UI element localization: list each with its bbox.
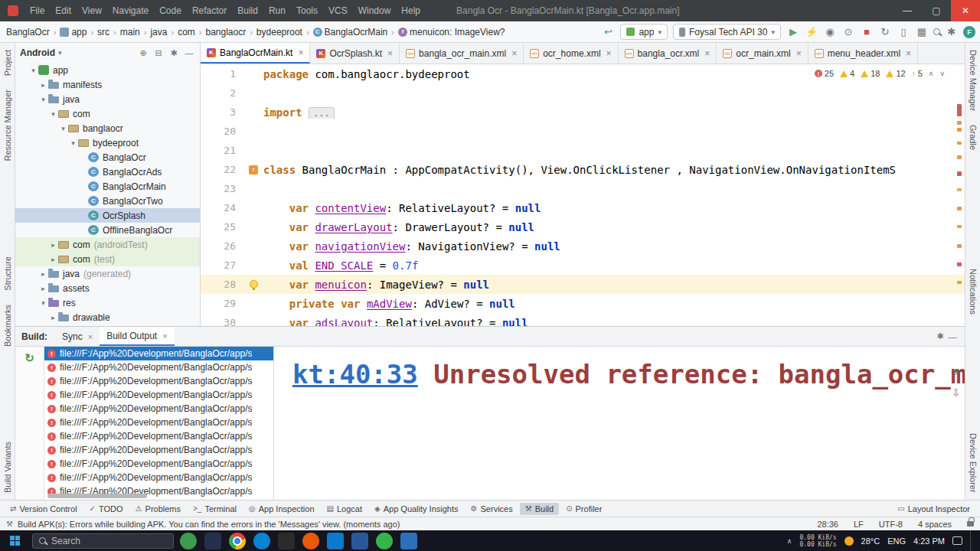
build-error-item[interactable]: !file:///F:/App%20Development/BanglaOcr/… [44,457,273,471]
tab-close-icon[interactable]: × [387,48,393,59]
menu-tools[interactable]: Tools [291,0,323,21]
line-ending-indicator[interactable]: LF [854,520,864,529]
line-number[interactable]: 29 [201,298,243,309]
tree-item-banglaocrmain[interactable]: CBanglaOcrMain [15,179,200,194]
error-stripe-mark[interactable] [957,225,962,228]
tree-item-com-androidtest[interactable]: ▸com(androidTest) [15,237,200,252]
status-message[interactable]: Build APK(s): Errors while building APK.… [18,520,400,529]
error-stripe-mark[interactable] [957,262,962,266]
error-stripe-mark[interactable] [957,104,962,116]
build-tab-sync[interactable]: Sync× [55,327,100,346]
error-stripe-mark[interactable] [957,244,962,248]
tool-window-button-resource-manager[interactable]: Resource Manager [3,90,12,161]
encoding-indicator[interactable]: UTF-8 [879,520,903,529]
show-desktop-button[interactable] [970,530,972,551]
editor-tab-ocrsplash-kt[interactable]: KOcrSplash.kt× [310,43,400,64]
restart-build-icon[interactable]: ↻ [24,351,34,365]
build-tab-build-output[interactable]: Build Output× [100,327,174,346]
error-stripe-mark[interactable] [957,281,962,284]
line-number[interactable]: 21 [201,145,243,156]
device-select[interactable]: Foysal Tech API 30 ▾ [673,24,781,40]
inspection-arrow-count[interactable]: ↑5 [912,69,923,78]
chevron-down-icon[interactable]: ▾ [28,67,38,74]
locate-file-icon[interactable]: ⊕ [137,48,149,58]
chevron-down-icon[interactable]: ▾ [48,110,58,118]
settings-icon[interactable]: ✱ [168,48,180,58]
next-problem-icon[interactable]: ∨ [939,70,945,77]
editor-tab-bangla-ocr-xml[interactable]: bangla_ocr.xml× [619,43,717,64]
network-speed-widget[interactable]: 0.00 KiB/s 0.00 KiB/s [799,534,836,548]
line-number[interactable]: 1 [201,68,243,80]
profile-avatar[interactable]: F [963,26,975,38]
tree-item-com[interactable]: ▾com [15,106,200,121]
breadcrumb-item-banglaocrmain[interactable]: CBanglaOcrMain [312,26,390,38]
chevron-right-icon[interactable]: ▸ [48,256,58,263]
inspection-warning-count[interactable]: 4 [840,69,854,78]
file-location-link[interactable]: kt:40:33 [292,359,418,390]
tool-window-button-terminal[interactable]: >_Terminal [188,503,242,515]
tool-window-button-structure[interactable]: Structure [3,256,12,291]
sync-project-icon[interactable]: ↻ [878,26,892,37]
tree-item-bydeeproot[interactable]: ▾bydeeproot [15,135,200,150]
error-stripe-mark[interactable] [957,171,962,176]
implement-marker-icon[interactable]: ↑ [249,165,258,174]
tray-expand-icon[interactable]: ∧ [787,537,792,545]
tree-item-res[interactable]: ▾res [15,295,200,310]
menu-edit[interactable]: Edit [50,0,77,21]
tree-item-app[interactable]: ▾app [15,63,200,77]
tree-item-offlinebanglaocr[interactable]: COfflineBanglaOcr [15,223,200,237]
maximize-button[interactable]: ▢ [922,0,951,21]
tree-item-banglaocr[interactable]: ▾banglaocr [15,121,200,135]
editor-tab-menu-header-xml[interactable]: menu_header.xml× [808,43,918,64]
line-number[interactable]: 25 [201,221,243,233]
search-everywhere-icon[interactable] [933,28,940,35]
editor-tab-ocr-home-xml[interactable]: ocr_home.xml× [524,43,618,64]
breadcrumb-item-app[interactable]: app [58,26,88,38]
tool-window-button-build[interactable]: ⚒Build [520,503,559,515]
tree-item-java-generated[interactable]: ▸java(generated) [15,266,200,281]
chevron-down-icon[interactable]: ▾ [38,96,48,103]
hide-panel-icon[interactable]: — [183,48,195,57]
tree-item-banglaocr[interactable]: CBanglaOcr [15,150,200,165]
tab-close-icon[interactable]: × [88,332,93,341]
profiler-icon[interactable]: ⊙ [841,26,855,37]
caret-position[interactable]: 28:36 [817,520,838,529]
tool-window-button-build-variants[interactable]: Build Variants [3,442,12,493]
error-stripe-mark[interactable] [957,142,962,145]
line-number[interactable]: 20 [201,126,243,137]
line-number[interactable]: 2 [201,87,243,99]
build-error-item[interactable]: !file:///F:/App%20Development/BanglaOcr/… [44,416,273,429]
chevron-right-icon[interactable]: ▸ [48,241,58,249]
error-stripe-mark[interactable] [957,121,962,125]
tab-close-icon[interactable]: × [796,48,802,59]
tool-window-button-gradle[interactable]: Gradle [969,125,978,150]
sdk-manager-icon[interactable]: ▦ [915,26,929,37]
chevron-down-icon[interactable]: ▾ [68,139,78,147]
tool-window-button-device-manager[interactable]: Device Manager [969,50,978,111]
editor-tab-bangla-ocr-main-xml[interactable]: bangla_ocr_main.xml× [400,43,524,64]
build-error-item[interactable]: !file:///F:/App%20Development/BanglaOcr/… [44,388,273,402]
chevron-down-icon[interactable]: ▾ [38,299,48,307]
chevron-down-icon[interactable]: ▾ [58,125,68,132]
weather-temperature[interactable]: 28°C [861,536,880,546]
collapse-all-icon[interactable]: ⊟ [152,48,165,58]
scroll-to-end-icon[interactable]: ⇩ [952,387,960,399]
tab-close-icon[interactable]: × [298,47,303,58]
code-editor[interactable]: 1package com.banglaocr.bydeeproot23impor… [201,64,965,326]
line-number[interactable]: 30 [201,317,243,326]
editor-tab-banglaocrmain-kt[interactable]: KBanglaOcrMain.kt× [201,43,310,64]
line-number[interactable]: 26 [201,240,243,252]
editor-tab-ocr-main-xml[interactable]: ocr_main.xml× [717,43,808,64]
project-view-mode[interactable]: Android [20,47,55,58]
word-icon[interactable] [351,533,368,549]
build-output-console[interactable]: kt:40:33 Unresolved reference: bangla_oc… [274,347,965,500]
menu-window[interactable]: Window [353,0,397,21]
tool-window-button-version-control[interactable]: ⇄Version Control [5,503,83,515]
inspection-warning-count[interactable]: 18 [861,69,880,78]
tab-close-icon[interactable]: × [511,48,517,59]
breadcrumb-item-java[interactable]: java [149,26,168,38]
start-button[interactable] [3,530,26,551]
hide-panel-icon[interactable]: — [946,332,959,341]
tree-item-java[interactable]: ▾java [15,92,200,106]
error-stripe-mark[interactable] [957,188,962,191]
